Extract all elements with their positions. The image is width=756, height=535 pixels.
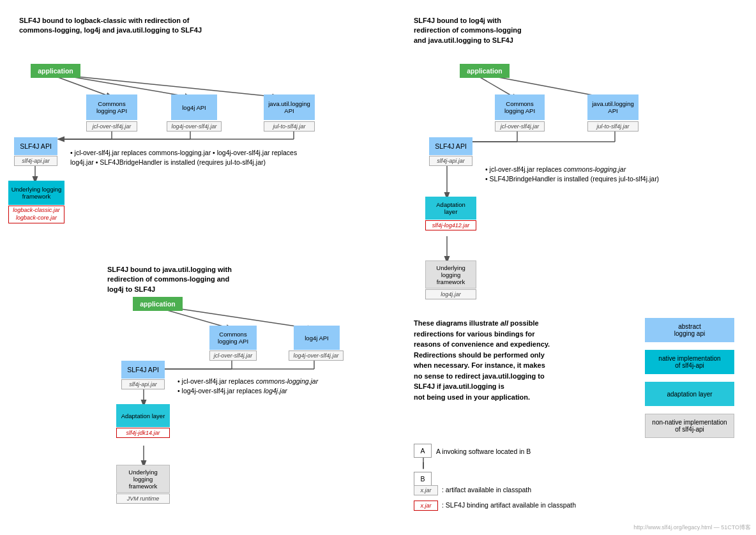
top-right-title: SLF4J bound to log4j withredirection of … [414, 16, 612, 45]
bl-log4j-jar-label: log4j-over-slf4j.jar [294, 352, 339, 359]
tl-slf4j-api-box: SLF4J API [14, 137, 57, 155]
tl-jul-api-box: java.util.logging API [264, 94, 315, 120]
tl-jul-jar-label: jul-to-slf4j.jar [273, 123, 305, 130]
tl-application-box: application [31, 64, 80, 78]
tl-commons-jar-box: jcl-over-slf4j.jar [86, 121, 137, 132]
jar-red-example: x.jar [414, 501, 438, 511]
tr-adaptation-label: Adaptation layer [429, 201, 472, 215]
tr-jul-api-box: java.util.logging API [587, 94, 639, 120]
legend-nonnative-box: non-native implementation of slf4j-api [645, 414, 734, 438]
tl-log4j-api-label: log4j API [182, 104, 206, 111]
bl-application-box: application [133, 297, 183, 311]
tl-application-label: application [38, 67, 73, 75]
tr-adaptation-box: Adaptation layer [425, 197, 476, 220]
bl-commons-jar-label: jcl-over-slf4j.jar [214, 352, 252, 359]
bl-slf4j-jar-label: slf4j-api.jar [129, 381, 157, 388]
tl-jul-api-label: java.util.logging API [268, 100, 310, 114]
jar-gray-label: : artifact available in classpath [442, 485, 531, 495]
bl-log4j-jar-box: log4j-over-slf4j.jar [289, 350, 344, 361]
tr-slf4j-jar-label: slf4j-api.jar [437, 158, 465, 164]
bl-commons-jar-box: jcl-over-slf4j.jar [209, 350, 257, 361]
tr-jul-jar-label: jul-to-slf4j.jar [596, 123, 629, 130]
br-description: These diagrams illustrate all possible r… [414, 318, 634, 402]
bottom-left-title: SLF4J bound to java.util.logging withred… [107, 265, 324, 294]
tl-log4j-jar-box: log4j-over-slf4j.jar [167, 121, 222, 132]
watermark: http://www.slf4j.org/legacy.html — 51CTO… [633, 524, 751, 532]
tl-jul-jar-box: jul-to-slf4j.jar [264, 121, 315, 132]
invoke-b-box: B [414, 472, 432, 486]
tl-notes: • jcl-over-slf4j.jar replaces commons-lo… [70, 148, 319, 167]
tl-commons-api-label: Commons logging API [96, 100, 127, 114]
jar-gray-legend: x.jar : artifact available in classpath [414, 485, 531, 495]
jar-red-label: : SLF4J binding artifact available in cl… [442, 501, 576, 510]
tl-underlying-box: Underlying logging framework [8, 181, 64, 205]
bl-adaptation-label: Adaptation layer [121, 412, 165, 419]
jar-red-legend: x.jar : SLF4J binding artifact available… [414, 501, 576, 511]
tr-application-box: application [460, 64, 510, 78]
bl-adaptation-box: Adaptation layer [116, 404, 170, 427]
invoke-label: A invoking software located in B [436, 447, 551, 456]
bl-application-label: application [140, 300, 175, 308]
tr-adaptation-jar-label: slf4j-log412.jar [432, 222, 470, 229]
tl-log4j-jar-label: log4j-over-slf4j.jar [172, 123, 217, 130]
tr-underlying-box: Underlying logging framework [425, 260, 476, 289]
top-left-title: SLF4J bound to logback-classic with redi… [19, 16, 223, 36]
tr-jul-api-label: java.util.logging API [592, 100, 634, 114]
tl-slf4j-jar-box: slf4j-api.jar [14, 156, 57, 166]
bl-commons-api-label: Commons logging API [218, 331, 248, 345]
tr-slf4j-api-label: SLF4J API [435, 142, 467, 150]
invoke-a-box: A [414, 444, 432, 458]
bl-underlying-box: Underlying logging framework [116, 465, 170, 493]
tr-underlying-jar-label: log4j.jar [441, 291, 461, 298]
tl-log4j-api-box: log4j API [171, 94, 217, 120]
bl-log4j-api-box: log4j API [294, 326, 340, 350]
bl-notes: • jcl-over-slf4j.jar replaces commons-lo… [178, 377, 382, 396]
diagram-container: SLF4J bound to logback-classic with redi… [0, 0, 756, 535]
tr-commons-api-label: Commons logging API [504, 100, 535, 114]
bl-adaptation-jar-label: slf4j-jdk14.jar [126, 430, 160, 436]
tl-slf4j-jar-label: slf4j-api.jar [22, 158, 50, 164]
bl-slf4j-jar-box: slf4j-api.jar [121, 379, 165, 389]
tr-commons-jar-box: jcl-over-slf4j.jar [495, 121, 545, 132]
tr-underlying-label: Underlying logging framework [436, 264, 465, 285]
invoke-arrow [423, 458, 424, 469]
bl-slf4j-api-box: SLF4J API [121, 361, 165, 379]
tl-commons-api-box: Commons logging API [86, 94, 137, 120]
tr-notes: • jcl-over-slf4j.jar replaces commons-lo… [485, 165, 728, 184]
legend-abstract-label: abstract logging api [674, 323, 705, 337]
bl-slf4j-api-label: SLF4J API [127, 366, 159, 373]
tr-application-label: application [467, 67, 502, 75]
jar-gray-example: x.jar [414, 485, 438, 495]
tr-slf4j-api-box: SLF4J API [429, 137, 472, 155]
bl-log4j-api-label: log4j API [305, 335, 329, 342]
legend-abstract-box: abstract logging api [645, 318, 734, 342]
tl-commons-jar-label: jcl-over-slf4j.jar [93, 123, 131, 130]
legend-native-label: native implementation of slf4j-api [658, 355, 720, 369]
legend-native-box: native implementation of slf4j-api [645, 350, 734, 374]
bl-underlying-jar-label: JVM runtime [127, 495, 160, 502]
tr-jul-jar-box: jul-to-slf4j.jar [587, 121, 639, 132]
bl-underlying-jar-box: JVM runtime [116, 494, 170, 504]
tl-underlying-label: Underlying logging framework [11, 186, 62, 200]
tl-notes-text: • jcl-over-slf4j.jar replaces commons-lo… [70, 149, 297, 166]
tr-slf4j-jar-box: slf4j-api.jar [429, 156, 472, 166]
tr-commons-api-box: Commons logging API [495, 94, 545, 120]
legend-adaptation-label: adaptation layer [667, 391, 712, 398]
legend-adaptation-box: adaptation layer [645, 382, 734, 406]
tl-slf4j-api-label: SLF4J API [20, 142, 52, 150]
tr-adaptation-jar-box: slf4j-log412.jar [425, 220, 476, 230]
bl-adaptation-jar-box: slf4j-jdk14.jar [116, 428, 170, 438]
bl-commons-api-box: Commons logging API [209, 326, 257, 350]
legend-nonnative-label: non-native implementation of slf4j-api [652, 419, 727, 433]
invoke-legend: A B A invoking software located in B [414, 444, 432, 472]
tr-commons-jar-label: jcl-over-slf4j.jar [501, 123, 539, 130]
bl-underlying-label: Underlying logging framework [128, 469, 157, 490]
tr-underlying-jar-box: log4j.jar [425, 289, 476, 299]
tl-underlying-jar-label: logback-classic.jar logback-core.jar [13, 207, 60, 222]
tl-underlying-jar-box: logback-classic.jar logback-core.jar [8, 206, 64, 223]
